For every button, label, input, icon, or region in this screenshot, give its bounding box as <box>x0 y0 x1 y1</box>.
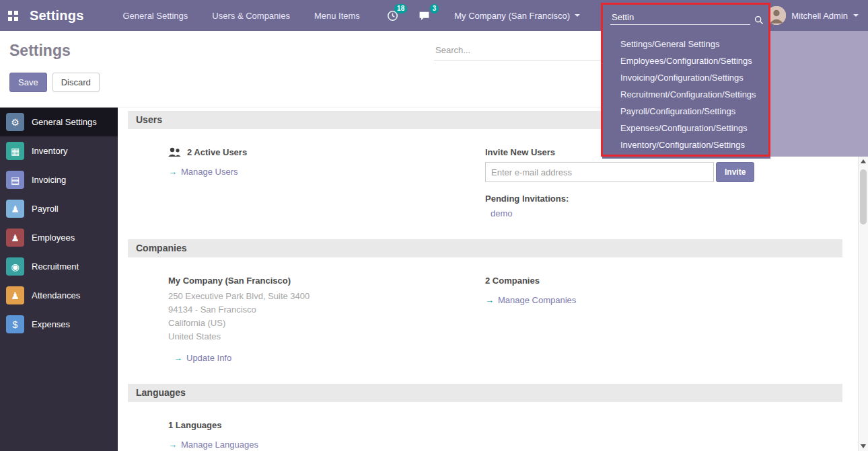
payroll-icon: ♟ <box>6 200 24 218</box>
search-result-item[interactable]: Inventory/Configuration/Settings <box>602 136 770 153</box>
sidebar-item-label: Inventory <box>32 146 67 156</box>
attendances-icon: ♟ <box>6 286 24 304</box>
menu-general-settings[interactable]: General Settings <box>123 11 188 21</box>
sidebar-item-label: General Settings <box>32 117 97 127</box>
activity-menu-button[interactable]: 18 <box>387 10 398 22</box>
search-result-item[interactable]: Recruitment/Configuration/Settings <box>602 86 770 103</box>
scroll-down-arrow-icon[interactable] <box>861 444 866 448</box>
manage-languages-link[interactable]: → Manage Languages <box>168 440 258 450</box>
recruitment-icon: ◉ <box>6 257 24 276</box>
search-result-item[interactable]: Payroll/Configuration/Settings <box>602 103 770 120</box>
sidebar-item-inventory[interactable]: ▦ Inventory <box>0 136 118 165</box>
chevron-down-icon <box>575 14 580 17</box>
messages-menu-button[interactable]: 3 <box>419 10 430 22</box>
menu-search-results: Settings/General Settings Employees/Conf… <box>602 31 770 159</box>
vertical-scrollbar[interactable] <box>858 108 868 451</box>
company-address: 250 Executive Park Blvd, Suite 3400 9413… <box>168 290 485 343</box>
update-info-link[interactable]: → Update Info <box>174 353 231 363</box>
scrollbar-thumb[interactable] <box>860 169 867 224</box>
sidebar-item-label: Recruitment <box>32 261 79 272</box>
discard-button[interactable]: Discard <box>52 73 100 92</box>
sidebar-item-label: Employees <box>32 233 75 243</box>
sidebar-item-invoicing[interactable]: ▤ Invoicing <box>0 165 118 194</box>
manage-users-link[interactable]: → Manage Users <box>168 167 238 177</box>
search-result-item[interactable]: Employees/Configuration/Settings <box>602 52 770 69</box>
sidebar-item-label: Payroll <box>32 204 59 214</box>
sidebar-item-recruitment[interactable]: ◉ Recruitment <box>0 252 118 281</box>
general-settings-icon: ⚙ <box>6 113 24 131</box>
manage-companies-link[interactable]: → Manage Companies <box>485 295 576 305</box>
active-users-count: 2 Active Users <box>187 147 247 157</box>
invite-email-input[interactable] <box>485 162 714 182</box>
user-menu-label: Mitchell Admin <box>791 11 848 21</box>
sidebar-item-employees[interactable]: ♟ Employees <box>0 223 118 252</box>
chevron-down-icon <box>853 14 859 17</box>
activity-count-badge: 18 <box>394 4 407 13</box>
menu-search-dropdown: Settings/General Settings Employees/Conf… <box>602 0 770 159</box>
settings-sidebar: ⚙ General Settings ▦ Inventory ▤ Invoici… <box>0 108 118 451</box>
address-line: 250 Executive Park Blvd, Suite 3400 <box>168 290 485 303</box>
search-icon <box>754 15 764 25</box>
menu-users-companies[interactable]: Users & Companies <box>212 11 290 21</box>
sidebar-item-attendances[interactable]: ♟ Attendances <box>0 281 118 310</box>
companies-section-header: Companies <box>128 239 842 257</box>
right-arrow-icon: → <box>168 440 177 450</box>
pending-user-link[interactable]: demo <box>491 208 513 218</box>
sidebar-item-label: Invoicing <box>32 175 66 185</box>
right-arrow-icon: → <box>168 167 177 177</box>
languages-section-header: Languages <box>128 384 842 402</box>
sidebar-item-general-settings[interactable]: ⚙ General Settings <box>0 108 118 136</box>
sidebar-item-payroll[interactable]: ♟ Payroll <box>0 194 118 223</box>
sidebar-item-expenses[interactable]: $ Expenses <box>0 310 118 339</box>
address-line: 94134 - San Francisco <box>168 303 485 317</box>
address-line: United States <box>168 330 485 343</box>
sidebar-item-label: Expenses <box>32 319 70 329</box>
invite-button[interactable]: Invite <box>716 162 754 182</box>
right-arrow-icon: → <box>174 353 182 363</box>
scroll-up-arrow-icon[interactable] <box>861 159 866 163</box>
app-title[interactable]: Settings <box>30 8 84 24</box>
company-switcher-label: My Company (San Francisco) <box>454 11 570 21</box>
page-title: Settings <box>9 42 71 60</box>
languages-count: 1 Languages <box>168 420 485 430</box>
right-arrow-icon: → <box>485 295 494 305</box>
search-result-item[interactable]: Expenses/Configuration/Settings <box>602 120 770 136</box>
employees-icon: ♟ <box>6 229 24 247</box>
company-switcher[interactable]: My Company (San Francisco) <box>454 11 580 21</box>
apps-grid-icon <box>8 11 18 21</box>
inventory-icon: ▦ <box>6 142 24 160</box>
settings-content: Users 2 Active Users → Manage Users Invi… <box>118 108 868 451</box>
expenses-icon: $ <box>6 315 24 333</box>
apps-menu-button[interactable] <box>0 0 26 31</box>
dropdown-panel-extension <box>770 31 868 157</box>
address-line: California (US) <box>168 317 485 330</box>
search-result-item[interactable]: Settings/General Settings <box>602 36 770 52</box>
search-result-item[interactable]: Invoicing/Configuration/Settings <box>602 69 770 86</box>
chat-bubble-icon <box>419 10 430 22</box>
companies-count: 2 Companies <box>485 276 842 286</box>
sidebar-item-label: Attendances <box>32 290 80 300</box>
company-name: My Company (San Francisco) <box>168 276 485 286</box>
companies-setting-row: My Company (San Francisco) 250 Executive… <box>128 257 842 380</box>
languages-setting-row: 1 Languages → Manage Languages <box>128 402 842 451</box>
menu-search-input[interactable] <box>610 10 750 25</box>
invoicing-icon: ▤ <box>6 171 24 189</box>
menu-menu-items[interactable]: Menu Items <box>314 11 360 21</box>
message-count-badge: 3 <box>430 4 439 13</box>
save-button[interactable]: Save <box>9 73 47 92</box>
pending-invitations-label: Pending Invitations: <box>485 194 842 204</box>
users-group-icon <box>168 147 181 157</box>
app-menu: General Settings Users & Companies Menu … <box>123 11 360 21</box>
user-menu[interactable]: Mitchell Admin <box>767 6 859 25</box>
